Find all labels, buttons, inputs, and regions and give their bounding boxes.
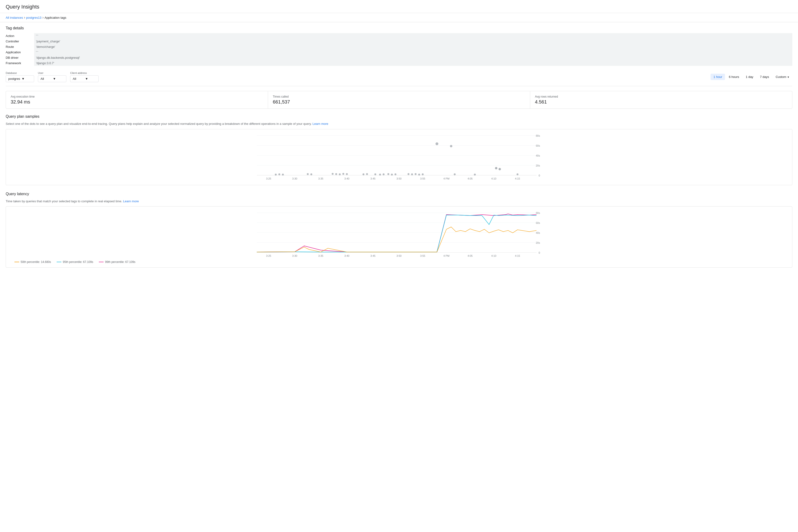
legend-color xyxy=(57,262,61,262)
breadcrumb: All instances › postgres13 › Application… xyxy=(0,13,798,22)
breadcrumb-all-instances[interactable]: All instances xyxy=(6,16,23,19)
sample-dot-1[interactable] xyxy=(275,174,277,175)
user-select[interactable]: All ▼ xyxy=(38,75,67,82)
x-label-345: 3:45 xyxy=(370,177,375,180)
metric-card: Times called661,537 xyxy=(268,91,530,109)
sample-dot-19[interactable] xyxy=(408,173,410,175)
metric-value: 4.561 xyxy=(535,99,787,105)
database-label: Database xyxy=(6,72,34,74)
metric-card: Avg rows returned4.561 xyxy=(530,91,792,109)
sample-dot-5[interactable] xyxy=(311,173,312,175)
main-content: Tag details Action' 'Controller'payment_… xyxy=(0,22,798,278)
sample-dot-9[interactable] xyxy=(342,173,345,175)
database-select[interactable]: postgres ▼ xyxy=(6,75,34,82)
tag-value: 'django.db.backends.postgresql' xyxy=(34,55,792,60)
sample-dot-15[interactable] xyxy=(383,173,385,175)
lat-x-350: 3:50 xyxy=(396,254,402,257)
legend-color xyxy=(99,262,104,262)
tag-label: Action xyxy=(6,33,34,39)
breadcrumb-sep-1: › xyxy=(24,15,25,20)
y-label-60s: 60s xyxy=(536,144,540,147)
sample-dot-415a[interactable] xyxy=(495,167,498,169)
sample-dot-415c[interactable] xyxy=(517,173,519,175)
metrics-row: Avg execution time32.94 msTimes called66… xyxy=(6,91,792,109)
query-latency-learn-more[interactable]: Learn more xyxy=(123,200,138,203)
x-label-4pm: 4 PM xyxy=(443,177,450,180)
sample-dot-11[interactable] xyxy=(363,173,365,175)
sample-dot-8[interactable] xyxy=(339,173,341,175)
filters-row: Database postgres ▼ User All ▼ Client ad… xyxy=(6,72,792,86)
sample-dot-17[interactable] xyxy=(391,174,393,175)
x-label-335: 3:35 xyxy=(318,177,323,180)
y-label-40s: 40s xyxy=(536,154,540,157)
sample-dot-7[interactable] xyxy=(335,173,337,175)
tag-details-table: Action' 'Controller'payment_charge'Route… xyxy=(6,33,792,66)
sample-dot-410[interactable] xyxy=(474,174,476,175)
sample-dot-23[interactable] xyxy=(422,173,424,175)
sample-dot-16[interactable] xyxy=(388,173,389,175)
tag-row: DB driver'django.db.backends.postgresql' xyxy=(6,55,792,60)
metric-label: Times called xyxy=(273,95,525,98)
sample-dot-20[interactable] xyxy=(411,173,413,175)
lat-y-0: 0 xyxy=(538,251,540,254)
legend-item: 50th percentile: 14.680s xyxy=(15,260,51,264)
sample-dot-13[interactable] xyxy=(374,173,376,175)
lat-x-345: 3:45 xyxy=(370,254,375,257)
time-btn-7-days[interactable]: 7 days xyxy=(757,74,772,80)
lat-x-415: 4:15 xyxy=(515,254,520,257)
time-buttons: 1 hour6 hours1 day7 daysCustom ▼ xyxy=(710,74,792,80)
sample-dot-405b[interactable] xyxy=(454,173,456,175)
x-label-340: 3:40 xyxy=(345,177,349,180)
user-label: User xyxy=(38,72,67,74)
query-plan-learn-more[interactable]: Learn more xyxy=(313,122,328,126)
tag-value: 'django:3.0.7' xyxy=(34,60,792,66)
time-btn-1-hour[interactable]: 1 hour xyxy=(710,74,725,80)
lat-x-355: 3:55 xyxy=(420,254,425,257)
database-arrow: ▼ xyxy=(22,77,32,80)
legend-item: 95th percentile: 67.109s xyxy=(57,260,93,264)
sample-dot-22[interactable] xyxy=(418,174,420,175)
tag-details-section: Tag details Action' 'Controller'payment_… xyxy=(6,26,792,66)
sample-dot-21[interactable] xyxy=(415,173,417,175)
query-plan-svg: 80s 60s 40s 20s 0 xyxy=(10,133,788,180)
tag-row: Framework'django:3.0.7' xyxy=(6,60,792,66)
lat-x-335: 3:35 xyxy=(318,254,323,257)
lat-y-40s: 40s xyxy=(536,231,540,234)
sample-dot-2[interactable] xyxy=(278,173,280,175)
lat-x-340: 3:40 xyxy=(345,254,349,257)
sample-dot-12[interactable] xyxy=(366,173,368,175)
tag-label: Application xyxy=(6,50,34,55)
metric-label: Avg rows returned xyxy=(535,95,787,98)
tag-label: Controller xyxy=(6,39,34,44)
sample-dot-415b[interactable] xyxy=(499,168,501,170)
sample-dot-3[interactable] xyxy=(282,174,284,175)
sample-dot-10[interactable] xyxy=(346,173,348,175)
p95-line xyxy=(257,215,537,252)
tag-details-title: Tag details xyxy=(6,26,792,30)
x-label-350: 3:50 xyxy=(396,177,402,180)
query-plan-chart: 80s 60s 40s 20s 0 xyxy=(6,129,792,185)
tag-label: DB driver xyxy=(6,55,34,60)
page-title: Query Insights xyxy=(6,4,792,10)
breadcrumb-postgres13[interactable]: postgres13 xyxy=(26,16,41,19)
p99-line xyxy=(257,214,537,252)
sample-dot-4[interactable] xyxy=(307,173,309,175)
time-btn-1-day[interactable]: 1 day xyxy=(743,74,756,80)
lat-x-410: 4:10 xyxy=(491,254,496,257)
metric-card: Avg execution time32.94 ms xyxy=(6,91,268,109)
time-btn-custom[interactable]: Custom ▼ xyxy=(773,74,792,80)
breadcrumb-current: Application tags xyxy=(44,16,67,19)
sample-dot-18[interactable] xyxy=(395,173,396,175)
sample-dot-405[interactable] xyxy=(450,145,452,147)
tag-row: Application' ' xyxy=(6,50,792,55)
sample-dot-14[interactable] xyxy=(379,174,381,175)
tag-value: 'payment_charge' xyxy=(34,39,792,44)
lat-y-80s: 80s xyxy=(536,211,540,214)
p50-line xyxy=(257,227,537,252)
sample-dot-6[interactable] xyxy=(332,173,334,175)
sample-dot-4pm[interactable] xyxy=(435,142,439,145)
time-btn-6-hours[interactable]: 6 hours xyxy=(726,74,742,80)
client-address-select[interactable]: All ▼ xyxy=(70,75,98,82)
tag-row: Action' ' xyxy=(6,33,792,39)
legend-item: 99th percentile: 67.109s xyxy=(99,260,135,264)
